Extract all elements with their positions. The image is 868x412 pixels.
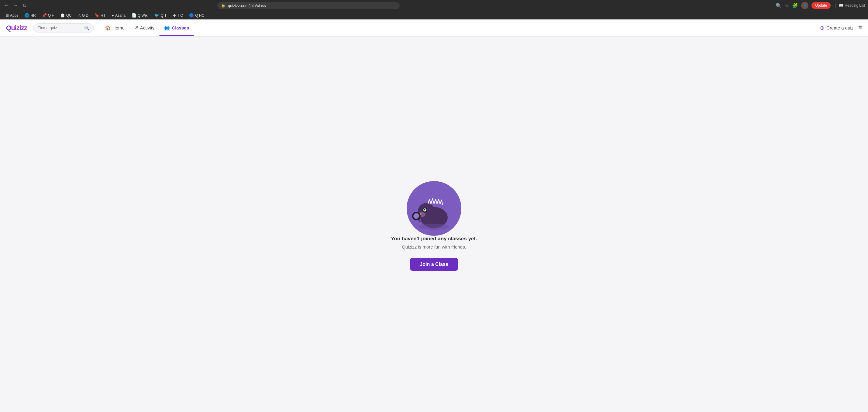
bookmark-apps-label: Apps	[10, 13, 18, 18]
create-quiz-button[interactable]: ⊕ Create a quiz	[820, 25, 854, 31]
qf-icon: 📌	[42, 13, 47, 18]
search-input[interactable]	[38, 26, 82, 30]
bookmark-qt[interactable]: 🐦 Q T	[152, 12, 169, 18]
hr-icon: 🌐	[24, 13, 29, 18]
bookmark-hr-label: HR	[30, 13, 36, 18]
empty-state-subtitle: Quizizz is more fun with friends.	[402, 244, 466, 249]
search-bar[interactable]: 🔍	[33, 23, 94, 33]
bookmark-qwiki[interactable]: 📄 Q Wiki	[129, 12, 151, 18]
bookmark-button[interactable]: ☆	[785, 3, 789, 8]
bookmark-hr[interactable]: 🌐 HR	[22, 12, 38, 18]
url-text: quizizz.com/join/class	[228, 3, 266, 8]
classes-icon: 👥	[164, 25, 170, 31]
bookmark-ht-label: HT	[101, 13, 105, 18]
qhc-icon: 🔵	[189, 13, 194, 18]
forward-button[interactable]: →	[12, 2, 20, 9]
bookmark-qwiki-label: Q Wiki	[138, 13, 148, 18]
create-quiz-label: Create a quiz	[826, 25, 854, 30]
home-icon: 🏠	[105, 25, 111, 31]
browser-chrome: ← → ↻ 🔒 quizizz.com/join/class 🔍 ☆ 🧩 👤 U…	[0, 0, 868, 11]
back-button[interactable]: ←	[3, 2, 10, 9]
tc-icon: ✚	[173, 13, 176, 18]
address-bar[interactable]: 🔒 quizizz.com/join/class	[217, 2, 400, 9]
bookmark-qhc-label: Q HC	[195, 13, 204, 18]
illustration-container	[407, 181, 461, 236]
bookmark-apps[interactable]: ⊞ Apps	[3, 12, 21, 18]
search-page-button[interactable]: 🔍	[776, 3, 782, 8]
ht-icon: 🔖	[95, 13, 99, 18]
main-content: You haven't joined any classes yet. Quiz…	[0, 36, 868, 412]
qt-icon: 🐦	[154, 13, 159, 18]
hedgehog-illustration	[410, 184, 458, 233]
bookmark-ht[interactable]: 🔖 HT	[92, 12, 108, 18]
logo-q: Q	[6, 24, 11, 32]
qc-icon: 📋	[60, 13, 65, 18]
nav-home-label: Home	[113, 25, 125, 30]
menu-button[interactable]: ≡	[858, 24, 862, 31]
nav-home[interactable]: 🏠 Home	[100, 20, 129, 36]
app-header: Quizizz 🔍 🏠 Home ↺ Activity 👥 Classes ⊕ …	[0, 20, 868, 36]
bookmark-qt-label: Q T	[160, 13, 166, 18]
search-icon-button[interactable]: 🔍	[84, 26, 89, 30]
nav-links: 🏠 Home ↺ Activity 👥 Classes	[100, 20, 194, 36]
bookmarks-bar: ⊞ Apps 🌐 HR 📌 Q F 📋 QC △ G D 🔖 HT ● Asan…	[0, 11, 868, 20]
browser-actions: 🔍 ☆ 🧩 👤 Update | 📖 Reading List	[776, 2, 865, 9]
apps-icon: ⊞	[5, 13, 9, 18]
bookmark-qhc[interactable]: 🔵 Q HC	[187, 12, 207, 18]
svg-point-5	[424, 209, 426, 210]
reading-list-button[interactable]: 📖 Reading List	[839, 3, 865, 8]
asana-icon: ●	[112, 13, 114, 18]
nav-activity[interactable]: ↺ Activity	[129, 20, 160, 36]
avatar[interactable]: 👤	[801, 2, 808, 9]
extensions-button[interactable]: 🧩	[792, 3, 798, 8]
nav-activity-label: Activity	[140, 25, 155, 30]
nav-classes-label: Classes	[172, 25, 189, 30]
bookmark-tc[interactable]: ✚ T C	[170, 12, 185, 18]
reading-list-label: Reading List	[845, 3, 865, 8]
empty-state-title: You haven't joined any classes yet.	[391, 236, 477, 242]
bookmark-qc[interactable]: 📋 QC	[58, 12, 74, 18]
bookmark-asana-label: Asana	[115, 13, 126, 18]
svg-point-9	[414, 214, 419, 218]
activity-icon: ↺	[134, 25, 138, 31]
logo-uizizz: uizizz	[11, 24, 27, 32]
logo-text: Quizizz	[6, 24, 27, 32]
create-quiz-icon: ⊕	[820, 25, 825, 31]
bookmark-gd[interactable]: △ G D	[75, 12, 91, 18]
reading-list-icon: 📖	[839, 3, 843, 8]
bookmark-gd-label: G D	[82, 13, 88, 18]
bookmark-qf-label: Q F	[48, 13, 54, 18]
update-button[interactable]: Update	[811, 2, 831, 9]
bookmark-tc-label: T C	[177, 13, 183, 18]
bookmark-qf[interactable]: 📌 Q F	[39, 12, 57, 18]
nav-classes[interactable]: 👥 Classes	[159, 20, 194, 36]
logo[interactable]: Quizizz	[6, 24, 27, 32]
svg-point-10	[419, 224, 449, 230]
gd-icon: △	[78, 13, 81, 18]
bookmark-asana[interactable]: ● Asana	[109, 12, 128, 18]
bookmark-qc-label: QC	[66, 13, 72, 18]
header-right: ⊕ Create a quiz ≡	[820, 24, 862, 31]
browser-nav-buttons: ← → ↻	[3, 2, 28, 9]
qwiki-icon: 📄	[132, 13, 136, 18]
lock-icon: 🔒	[221, 3, 225, 8]
reload-button[interactable]: ↻	[21, 2, 28, 9]
join-class-button[interactable]: Join a Class	[410, 258, 458, 271]
